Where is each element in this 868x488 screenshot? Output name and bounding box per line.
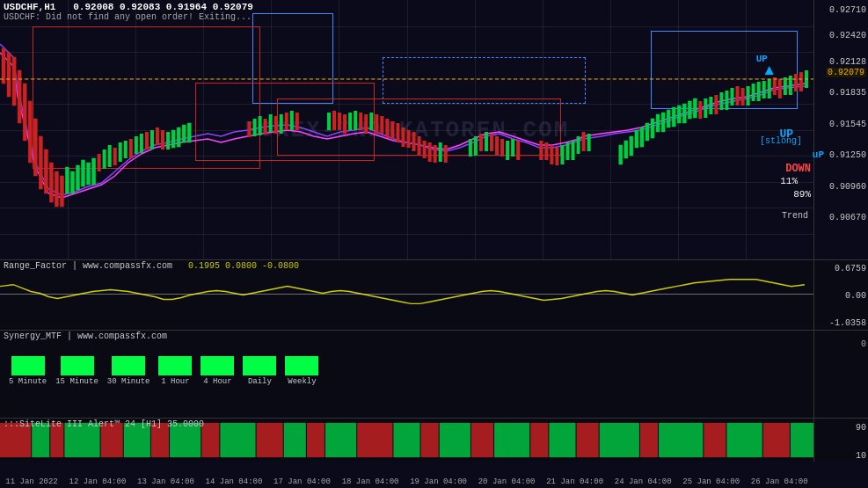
svg-rect-109: [725, 91, 728, 110]
svg-rect-122: [794, 74, 798, 91]
tf-label-30min: 30 Minute: [107, 377, 150, 386]
svg-rect-38: [259, 116, 262, 135]
ohlc-values: 0.92008 0.92083 0.91964 0.92079: [73, 2, 253, 12]
svg-rect-29: [156, 127, 159, 145]
svg-marker-126: [765, 66, 774, 75]
svg-rect-143: [393, 423, 419, 457]
svg-rect-3: [18, 70, 21, 123]
date-9: 21 Jan 04:00: [546, 477, 603, 486]
svg-rect-6: [33, 119, 37, 176]
date-8: 20 Jan 04:00: [478, 477, 536, 486]
svg-rect-45: [295, 113, 299, 130]
svg-rect-10: [55, 171, 58, 207]
price-label-2: 0.92420: [829, 31, 866, 40]
date-axis: 11 Jan 2022 12 Jan 04:00 13 Jan 04:00 14…: [0, 476, 813, 488]
svg-rect-22: [119, 142, 122, 162]
svg-rect-85: [572, 141, 575, 160]
svg-rect-59: [396, 123, 399, 142]
svg-rect-26: [140, 134, 143, 153]
tf-btn-30min[interactable]: [112, 356, 145, 375]
svg-rect-34: [182, 125, 186, 142]
date-3: 13 Jan 04:00: [137, 477, 194, 486]
svg-rect-141: [325, 423, 356, 457]
svg-rect-156: [763, 423, 790, 457]
svg-rect-56: [380, 116, 383, 134]
svg-rect-41: [274, 116, 278, 134]
svg-rect-123: [799, 72, 803, 91]
svg-rect-30: [161, 130, 164, 149]
svg-rect-110: [730, 88, 733, 106]
svg-rect-114: [752, 84, 755, 101]
tf-button-4h[interactable]: 4 Hour: [201, 356, 234, 386]
svg-rect-92: [635, 130, 638, 148]
signal-up-label: UP: [779, 127, 793, 141]
tf-btn-4h[interactable]: [201, 356, 234, 375]
pct-down-label: 11%: [780, 176, 798, 186]
svg-rect-46: [327, 113, 331, 130]
svg-rect-5: [28, 101, 32, 163]
tf-button-30min[interactable]: 30 Minute: [107, 356, 150, 386]
tf-label-daily: Daily: [248, 377, 272, 386]
svg-rect-32: [171, 130, 175, 148]
tf-btn-1h[interactable]: [158, 356, 192, 375]
price-label-1: 0.92710: [829, 5, 866, 15]
svg-rect-53: [364, 114, 368, 134]
svg-rect-64: [423, 141, 427, 158]
svg-rect-77: [511, 139, 514, 157]
svg-rect-98: [667, 110, 670, 127]
tf-label-4h: 4 Hour: [203, 377, 231, 386]
svg-rect-153: [659, 423, 703, 457]
svg-rect-107: [714, 95, 718, 114]
tf-button-daily[interactable]: Daily: [243, 356, 276, 386]
svg-rect-146: [471, 423, 493, 457]
svg-rect-83: [560, 145, 564, 164]
tf-button-15min[interactable]: 15 Minute: [55, 356, 98, 386]
tf-button-1h[interactable]: 1 Hour: [158, 356, 192, 386]
svg-rect-28: [150, 130, 154, 149]
date-11: 25 Jan 04:00: [682, 477, 740, 486]
svg-rect-139: [284, 423, 306, 457]
svg-rect-120: [784, 77, 787, 95]
svg-rect-96: [656, 114, 660, 132]
svg-rect-157: [791, 423, 813, 457]
tf-button-weekly[interactable]: Weekly: [285, 356, 318, 386]
rf-scale-3: -1.0358: [829, 318, 866, 328]
svg-rect-13: [70, 171, 74, 193]
svg-rect-63: [418, 136, 421, 156]
symbol-message: USDCHF: Did not find any open order! Exi…: [4, 12, 253, 22]
svg-rect-65: [428, 142, 432, 162]
price-label-8: 0.90670: [829, 213, 866, 222]
svg-rect-140: [307, 423, 325, 457]
tf-btn-weekly[interactable]: [285, 356, 318, 375]
tf-label-weekly: Weekly: [288, 377, 316, 386]
range-factor-title: Range_Factor | www.compassfx.com 0.1995 …: [4, 261, 299, 271]
svg-rect-97: [661, 113, 665, 132]
svg-rect-76: [506, 141, 509, 160]
svg-rect-84: [565, 142, 569, 160]
svg-rect-58: [390, 121, 394, 139]
svg-rect-62: [412, 132, 416, 151]
svg-rect-155: [726, 423, 762, 457]
svg-rect-148: [530, 423, 548, 457]
svg-rect-43: [285, 113, 288, 130]
tf-button-5min[interactable]: 5 Minute: [9, 356, 47, 386]
svg-rect-4: [23, 84, 26, 141]
tf-btn-15min[interactable]: [61, 356, 94, 375]
rf-scale-1: 0.6759: [835, 264, 866, 273]
svg-rect-89: [619, 145, 623, 164]
date-4: 14 Jan 04:00: [206, 477, 263, 486]
svg-rect-111: [736, 86, 740, 106]
svg-rect-19: [103, 149, 106, 169]
tf-btn-daily[interactable]: [243, 356, 276, 375]
svg-rect-55: [375, 114, 378, 134]
synergy-mtf-scale: 0: [813, 330, 868, 418]
tf-btn-5min[interactable]: [11, 356, 45, 375]
svg-rect-136: [201, 423, 219, 457]
svg-rect-57: [385, 119, 389, 138]
svg-rect-79: [539, 141, 543, 160]
svg-rect-105: [704, 98, 707, 118]
svg-rect-115: [757, 82, 761, 101]
svg-rect-90: [624, 141, 628, 158]
svg-rect-23: [124, 141, 128, 158]
svg-rect-69: [469, 139, 472, 157]
